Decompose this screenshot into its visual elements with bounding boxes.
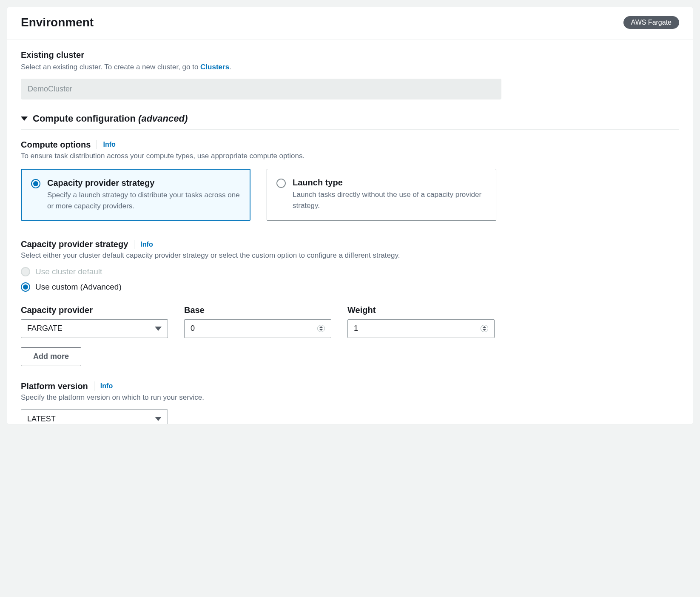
cluster-desc: Select an existing cluster. To create a … — [21, 62, 679, 73]
compute-config-title-em: (advanced) — [138, 113, 188, 124]
panel-body: Existing cluster Select an existing clus… — [7, 40, 693, 424]
platform-version-desc: Specify the platform version on which to… — [21, 392, 679, 403]
stepper-up-icon — [319, 326, 323, 328]
cluster-select[interactable]: DemoCluster — [21, 79, 501, 100]
base-input[interactable]: 0 — [184, 319, 331, 338]
radio-icon — [21, 282, 30, 292]
divider — [134, 240, 134, 249]
number-stepper-icon — [317, 325, 325, 332]
add-more-button[interactable]: Add more — [21, 347, 81, 366]
radio-label: Use custom (Advanced) — [35, 282, 122, 292]
radio-icon — [31, 179, 40, 188]
input-value: 1 — [354, 324, 358, 333]
base-col: Base 0 — [184, 305, 331, 338]
capacity-provider-label: Capacity provider — [21, 305, 168, 315]
select-value: LATEST — [27, 415, 56, 424]
divider — [97, 140, 97, 149]
stepper-down-icon — [319, 329, 323, 331]
compute-config-title: Compute configuration (advanced) — [33, 113, 188, 124]
weight-col: Weight 1 — [347, 305, 495, 338]
compute-options-desc: To ensure task distribution across your … — [21, 151, 679, 162]
select-value: FARGATE — [27, 324, 63, 333]
tile-title: Capacity provider strategy — [47, 178, 240, 188]
platform-version-header: Platform version Info — [21, 381, 679, 391]
platform-version-label: Platform version — [21, 381, 88, 391]
capacity-provider-col: Capacity provider FARGATE — [21, 305, 168, 338]
compute-badge: AWS Fargate — [623, 16, 679, 29]
compute-options-label: Compute options — [21, 140, 91, 150]
tile-desc: Launch tasks directly without the use of… — [293, 189, 487, 211]
platform-version-select-clip: LATEST — [21, 409, 679, 424]
input-value: 0 — [191, 324, 195, 333]
caret-down-icon — [21, 117, 28, 121]
tile-launch-type[interactable]: Launch type Launch tasks directly withou… — [267, 169, 496, 221]
existing-cluster-section: Existing cluster Select an existing clus… — [21, 50, 679, 100]
cluster-label: Existing cluster — [21, 50, 679, 60]
capacity-strategy-desc: Select either your cluster default capac… — [21, 250, 679, 261]
capacity-strategy-label: Capacity provider strategy — [21, 239, 128, 249]
environment-panel: Environment AWS Fargate Existing cluster… — [7, 7, 693, 424]
tile-desc: Specify a launch strategy to distribute … — [47, 190, 240, 211]
cluster-desc-text: Select an existing cluster. To create a … — [21, 63, 200, 71]
tile-title: Launch type — [293, 178, 487, 188]
radio-icon — [21, 267, 30, 276]
compute-options-info-link[interactable]: Info — [103, 141, 115, 148]
tile-body: Launch type Launch tasks directly withou… — [293, 178, 487, 212]
page-title: Environment — [21, 16, 94, 29]
capacity-strategy-header: Capacity provider strategy Info — [21, 239, 679, 249]
radio-label: Use cluster default — [35, 267, 102, 276]
platform-version-info-link[interactable]: Info — [100, 382, 113, 390]
weight-input[interactable]: 1 — [347, 319, 495, 338]
clusters-link[interactable]: Clusters — [200, 63, 229, 71]
number-stepper-icon — [481, 325, 488, 332]
radio-use-cluster-default: Use cluster default — [21, 267, 679, 276]
platform-version-select[interactable]: LATEST — [21, 409, 168, 424]
radio-icon — [276, 179, 286, 188]
divider — [94, 381, 94, 391]
chevron-down-icon — [155, 417, 162, 421]
radio-use-custom[interactable]: Use custom (Advanced) — [21, 282, 679, 292]
chevron-down-icon — [155, 327, 162, 331]
panel-header: Environment AWS Fargate — [7, 7, 693, 40]
base-label: Base — [184, 305, 331, 315]
cluster-desc-suffix: . — [229, 63, 231, 71]
compute-config-toggle[interactable]: Compute configuration (advanced) — [21, 113, 679, 130]
compute-options-header: Compute options Info — [21, 140, 679, 150]
compute-config-title-main: Compute configuration — [33, 113, 138, 124]
stepper-up-icon — [482, 326, 487, 328]
capacity-strategy-info-link[interactable]: Info — [140, 241, 153, 248]
capacity-provider-select[interactable]: FARGATE — [21, 319, 168, 338]
tile-body: Capacity provider strategy Specify a lau… — [47, 178, 240, 211]
weight-label: Weight — [347, 305, 495, 315]
tile-capacity-provider-strategy[interactable]: Capacity provider strategy Specify a lau… — [21, 169, 250, 221]
compute-configuration-section: Compute configuration (advanced) Compute… — [21, 113, 679, 424]
strategy-radio-group: Use cluster default Use custom (Advanced… — [21, 267, 679, 292]
compute-option-tiles: Capacity provider strategy Specify a lau… — [21, 169, 679, 221]
provider-fields-row: Capacity provider FARGATE Base 0 — [21, 305, 679, 338]
stepper-down-icon — [482, 329, 487, 331]
